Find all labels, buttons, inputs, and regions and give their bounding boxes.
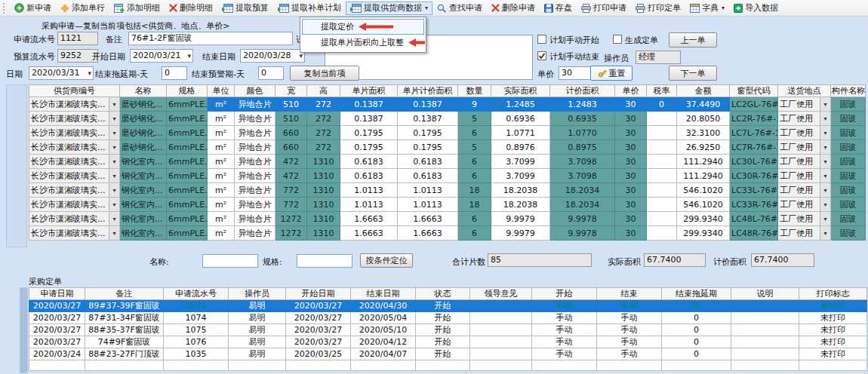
grid-cell[interactable]: 0.1795 [340, 140, 398, 155]
column-header[interactable]: 实际面积 [491, 85, 550, 97]
column-header[interactable]: 构件名称 [831, 85, 866, 97]
column-header[interactable]: 金额 [677, 85, 730, 97]
grid-cell[interactable]: 0 [662, 348, 731, 360]
combo-dropdown-icon[interactable]: ▾ [109, 212, 119, 225]
combo-dropdown-icon[interactable]: ▾ [820, 97, 830, 111]
grid-cell[interactable]: 异地合片 [235, 226, 275, 241]
grid-cell[interactable]: 固玻 [831, 198, 866, 212]
column-header[interactable]: 结束日期 [351, 288, 416, 300]
manual-end-checkbox[interactable] [537, 51, 546, 60]
grid-cell[interactable]: 0.6183 [340, 169, 398, 183]
grid-cell[interactable]: 20.8050 [677, 112, 730, 126]
grid-cell[interactable]: 手动 [597, 312, 662, 324]
grid-cell[interactable]: m² [208, 97, 235, 112]
combo-dropdown-icon[interactable]: ▾ [109, 155, 119, 168]
grid-cell[interactable] [647, 140, 677, 155]
column-header[interactable]: 送货地点 [778, 85, 831, 97]
grid-cell[interactable]: 1074 [164, 312, 229, 324]
grid-cell[interactable]: 2020/03/27 [29, 324, 85, 336]
combo-cell[interactable]: 工厂使用▾ [778, 169, 831, 183]
grid-cell[interactable]: 1310 [307, 155, 340, 169]
table-row[interactable]: 长沙市潇湘玻璃实...▾钢化室内...6mmPLE...m²异地合片772131… [29, 198, 866, 212]
toolbar-button-new-request[interactable]: 新申请 [10, 2, 56, 15]
column-header[interactable]: 开始 [532, 288, 597, 300]
grid-cell[interactable] [647, 126, 677, 140]
grid-cell[interactable]: 磨砂钢化... [120, 97, 167, 112]
grid-cell[interactable]: 0.1387 [340, 97, 398, 112]
grid-cell[interactable]: 1.0113 [340, 198, 398, 212]
column-header[interactable]: 申请日期 [29, 288, 85, 300]
grid-cell[interactable]: 异地合片 [235, 198, 275, 212]
combo-dropdown-icon[interactable]: ▾ [109, 198, 119, 211]
grid-cell[interactable] [470, 300, 532, 312]
grid-cell[interactable]: 1076 [164, 336, 229, 348]
grid-cell[interactable]: 固玻 [831, 183, 866, 198]
combo-dropdown-icon[interactable]: ▾ [109, 226, 119, 240]
grid-cell[interactable]: LC30L-76#... [730, 155, 778, 169]
grid-cell[interactable] [647, 169, 677, 183]
column-header[interactable]: 申请流水号 [164, 288, 229, 300]
grid-cell[interactable]: 6mmPLE... [167, 212, 208, 226]
grid-cell[interactable]: 1.2483 [550, 97, 615, 112]
toolbar-button-save[interactable]: 存盘 [540, 2, 577, 15]
grid-cell[interactable]: 1.0771 [491, 126, 550, 140]
copy-current-button[interactable]: 复制当前项 [290, 66, 359, 81]
grid-cell[interactable]: 0.6183 [398, 155, 458, 169]
grid-cell[interactable]: 1.0113 [340, 183, 398, 198]
column-header[interactable]: 税率 [647, 85, 677, 97]
grid-cell[interactable]: 272 [307, 126, 340, 140]
order-row[interactable]: 2020/03/2488#23-27F门顶玻1035易明2020/03/2520… [29, 348, 867, 360]
combo-dropdown-icon[interactable]: ▾ [109, 126, 119, 139]
combo-dropdown-icon[interactable]: ▾ [820, 226, 830, 240]
combo-dropdown-icon[interactable]: ▾ [820, 198, 830, 211]
combo-cell[interactable]: 长沙市潇湘玻璃实...▾ [29, 155, 120, 169]
grid-cell[interactable]: LC7L-76#-1FO [730, 126, 778, 140]
toolbar-button-delete-detail[interactable]: 删除明细 [165, 2, 217, 15]
grid-cell[interactable] [647, 226, 677, 241]
grid-cell[interactable]: 772 [275, 183, 307, 198]
column-header[interactable]: 领导意见 [470, 288, 532, 300]
grid-cell[interactable]: 6 [458, 169, 491, 183]
grid-cell[interactable]: 1.6663 [340, 226, 398, 241]
grid-cell[interactable]: 易明 [229, 336, 286, 348]
grid-cell[interactable] [470, 312, 532, 324]
combo-cell[interactable]: 长沙市潇湘玻璃实...▾ [29, 112, 120, 126]
table-row[interactable]: 长沙市潇湘玻璃实...▾钢化室内...6mmPLE...m²异地合片127213… [29, 212, 866, 226]
grid-cell[interactable] [731, 312, 799, 324]
order-row[interactable]: 2020/03/2774#9F窗固玻1076易明2020/03/272020/0… [29, 336, 867, 348]
grid-cell[interactable]: m² [208, 169, 235, 183]
combo-cell[interactable]: 长沙市潇湘玻璃实...▾ [29, 126, 120, 140]
grid-cell[interactable]: 开始 [416, 336, 470, 348]
grid-cell[interactable]: 固玻 [831, 140, 866, 155]
column-header[interactable]: 开始日期 [286, 288, 351, 300]
grid-cell[interactable]: 6mmPLE... [167, 169, 208, 183]
grid-cell[interactable]: 6mmPLE... [167, 112, 208, 126]
grid-cell[interactable]: 2020/04/12 [351, 336, 416, 348]
grid-cell[interactable] [470, 348, 532, 360]
grid-cell[interactable]: 472 [275, 155, 307, 169]
grid-cell[interactable]: 1310 [307, 169, 340, 183]
grid-cell[interactable]: 3.7099 [491, 169, 550, 183]
grid-cell[interactable] [731, 300, 799, 312]
grid-cell[interactable]: 2020/03/27 [29, 336, 85, 348]
combo-cell[interactable]: 长沙市潇湘玻璃实...▾ [29, 140, 120, 155]
grid-cell[interactable]: 钢化室内... [120, 198, 167, 212]
grid-cell[interactable]: 299.9340 [677, 212, 730, 226]
grid-cell[interactable]: 30 [615, 212, 647, 226]
grid-cell[interactable]: 磨砂钢化... [120, 126, 167, 140]
grid-cell[interactable]: 未打印 [799, 300, 867, 312]
grid-cell[interactable]: 钢化室内... [120, 169, 167, 183]
grid-cell[interactable]: 6mmPLE... [167, 226, 208, 241]
grid-cell[interactable]: 固玻 [831, 126, 866, 140]
grid-cell[interactable]: 9.9978 [550, 212, 615, 226]
grid-cell[interactable]: 1310 [307, 198, 340, 212]
grid-cell[interactable]: m² [208, 226, 235, 241]
column-header[interactable]: 说明 [731, 288, 799, 300]
grid-cell[interactable]: 异地合片 [235, 97, 275, 112]
column-header[interactable]: 高 [307, 85, 340, 97]
column-header[interactable]: 单价 [615, 85, 647, 97]
grid-cell[interactable]: 1.2485 [491, 97, 550, 112]
grid-cell[interactable]: 5 [458, 112, 491, 126]
toolbar-button-search-request[interactable]: 查找申请 [432, 2, 487, 15]
grid-cell[interactable]: 固玻 [831, 226, 866, 241]
